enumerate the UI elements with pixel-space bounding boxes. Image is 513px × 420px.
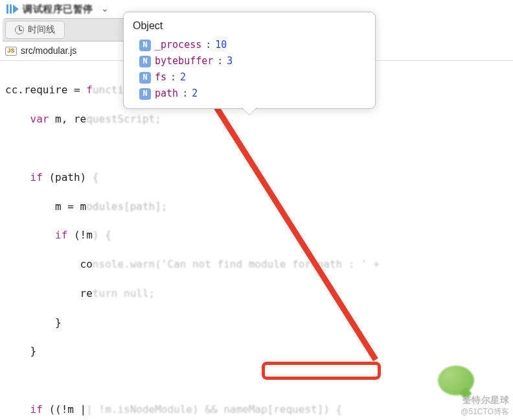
chevron-down-icon[interactable]: ⌄ xyxy=(101,3,109,16)
debug-status-icon xyxy=(6,5,19,14)
debug-tooltip: Object N _process: 10 N bytebuffer: 3 N … xyxy=(123,12,376,109)
clock-icon xyxy=(15,25,24,34)
wechat-logo-icon xyxy=(438,366,474,395)
number-badge-icon: N xyxy=(139,40,151,51)
tab-label: 时间线 xyxy=(28,23,55,36)
watermark: 奎特尔星球 @51CTO博客 xyxy=(461,394,509,417)
file-name: src/modular.js xyxy=(21,45,76,58)
tooltip-row[interactable]: N fs: 2 xyxy=(124,69,375,86)
tooltip-pointer-icon xyxy=(242,107,257,115)
js-file-icon: JS xyxy=(5,47,17,56)
tooltip-row[interactable]: N bytebuffer: 3 xyxy=(124,53,375,69)
number-badge-icon: N xyxy=(139,56,151,67)
tooltip-row[interactable]: N path: 2 xyxy=(124,86,375,102)
number-badge-icon: N xyxy=(139,88,151,100)
annotation-highlight-box xyxy=(262,362,381,380)
debug-status-text: 调试程序已暂停 xyxy=(23,2,93,16)
tooltip-title: Object xyxy=(124,18,375,37)
tooltip-row[interactable]: N _process: 10 xyxy=(124,37,375,53)
tab-timeline[interactable]: 时间线 xyxy=(5,21,65,39)
number-badge-icon: N xyxy=(139,72,151,84)
